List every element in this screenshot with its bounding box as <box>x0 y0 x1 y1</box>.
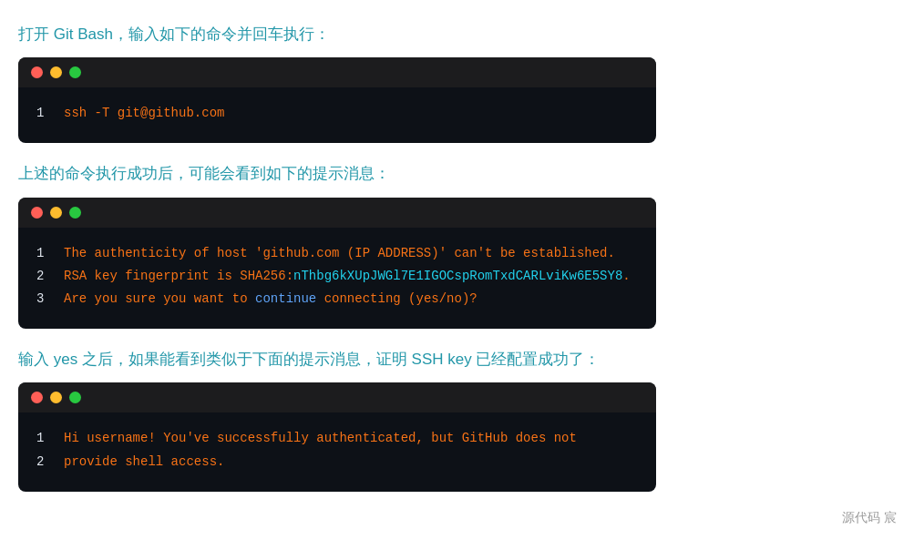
line-number: 1 <box>36 242 55 265</box>
terminal-line: 1 Hi username! You've successfully authe… <box>36 427 638 450</box>
code-line: Hi username! You've successfully authent… <box>64 427 638 450</box>
instruction-2: 上述的命令执行成功后，可能会看到如下的提示消息： <box>18 161 906 186</box>
line-number: 2 <box>36 451 55 473</box>
terminal-line: 3 Are you sure you want to continue conn… <box>36 288 638 311</box>
code-line: provide shell access. <box>64 451 638 473</box>
code-line: Are you sure you want to continue connec… <box>64 288 638 311</box>
terminal-body-3: 1 Hi username! You've successfully authe… <box>18 412 656 491</box>
dot-red-3 <box>31 392 43 403</box>
terminal-titlebar-2 <box>18 198 656 228</box>
terminal-2: 1 The authenticity of host 'github.com (… <box>18 198 656 330</box>
dot-yellow-1 <box>50 66 62 78</box>
terminal-line: 2 provide shell access. <box>36 451 638 473</box>
terminal-titlebar-1 <box>18 57 656 87</box>
line-number: 1 <box>36 427 55 450</box>
dot-red-2 <box>31 207 43 219</box>
dot-red-1 <box>31 66 43 78</box>
terminal-titlebar-3 <box>18 382 656 412</box>
code-line: ssh -T git@github.com <box>64 102 638 125</box>
code-line: RSA key fingerprint is SHA256:nThbg6kXUp… <box>64 265 638 288</box>
footer-label: 源代码 宸 <box>18 510 906 526</box>
dot-yellow-3 <box>50 392 62 403</box>
line-number: 3 <box>36 288 55 311</box>
dot-yellow-2 <box>50 207 62 219</box>
dot-green-1 <box>69 66 81 78</box>
terminal-line: 2 RSA key fingerprint is SHA256:nThbg6kX… <box>36 265 638 288</box>
terminal-line: 1 The authenticity of host 'github.com (… <box>36 242 638 265</box>
page-content: 打开 Git Bash，输入如下的命令并回车执行： 1 ssh -T git@g… <box>18 22 906 526</box>
terminal-line: 1 ssh -T git@github.com <box>36 102 638 125</box>
instruction-1: 打开 Git Bash，输入如下的命令并回车执行： <box>18 22 906 46</box>
terminal-1: 1 ssh -T git@github.com <box>18 57 656 143</box>
line-number: 2 <box>36 265 55 288</box>
line-number: 1 <box>36 102 55 125</box>
terminal-body-2: 1 The authenticity of host 'github.com (… <box>18 228 656 330</box>
terminal-3: 1 Hi username! You've successfully authe… <box>18 382 656 491</box>
terminal-body-1: 1 ssh -T git@github.com <box>18 87 656 143</box>
dot-green-3 <box>69 392 81 403</box>
code-line: The authenticity of host 'github.com (IP… <box>64 242 638 265</box>
instruction-3: 输入 yes 之后，如果能看到类似于下面的提示消息，证明 SSH key 已经配… <box>18 347 906 372</box>
dot-green-2 <box>69 207 81 219</box>
